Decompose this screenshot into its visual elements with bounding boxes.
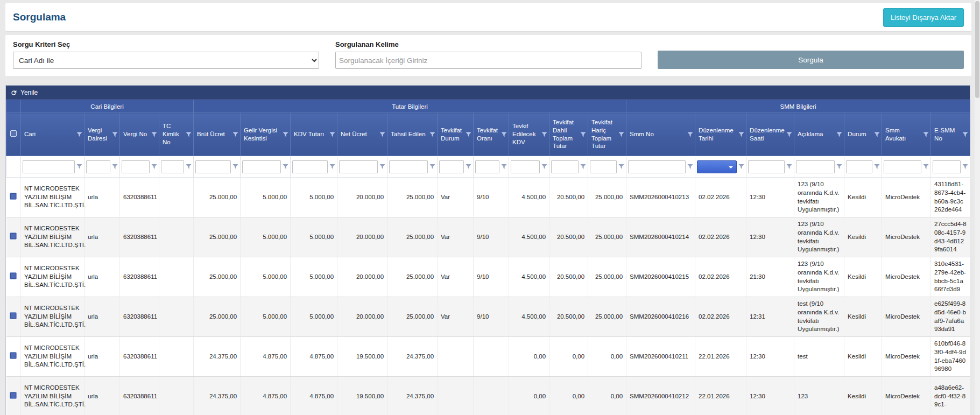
column-header-7[interactable]: KDV Tutarı — [291, 113, 337, 156]
column-filter-input[interactable] — [23, 160, 75, 173]
select-all-checkbox[interactable] — [6, 113, 21, 156]
column-header-11[interactable]: Tevkifat Oranı — [474, 113, 509, 156]
filter-icon[interactable] — [232, 164, 238, 170]
column-filter-input[interactable] — [292, 160, 328, 173]
column-filter-input[interactable] — [389, 160, 428, 173]
filter-icon[interactable] — [76, 131, 82, 137]
keyword-input[interactable] — [335, 52, 641, 69]
column-header-4[interactable]: TC Kimlik No — [159, 113, 194, 156]
filter-icon[interactable] — [541, 164, 547, 170]
column-filter-input[interactable] — [122, 160, 150, 173]
filter-icon[interactable] — [112, 164, 118, 170]
column-header-15[interactable]: Smm No — [626, 113, 695, 156]
filter-icon[interactable] — [466, 164, 471, 170]
row-checkbox[interactable] — [10, 352, 17, 359]
column-header-13[interactable]: Tevkifat Dahil Toplam Tutar — [549, 113, 588, 156]
filter-icon[interactable] — [186, 164, 192, 170]
scrollbar-thumb[interactable] — [975, 1, 979, 98]
filter-icon[interactable] — [923, 164, 929, 170]
filter-icon[interactable] — [738, 131, 744, 137]
filter-icon[interactable] — [923, 131, 929, 137]
column-filter-input[interactable] — [846, 160, 872, 173]
column-header-20[interactable]: Smm Avukatı — [882, 113, 931, 156]
row-checkbox[interactable] — [10, 392, 17, 399]
column-filter-input[interactable] — [884, 160, 921, 173]
column-header-3[interactable]: Vergi No — [120, 113, 159, 156]
filter-icon[interactable] — [429, 131, 435, 137]
filter-icon[interactable] — [786, 131, 792, 137]
column-filter-input[interactable] — [796, 160, 835, 173]
column-filter-input[interactable] — [511, 160, 540, 173]
filter-icon[interactable] — [329, 164, 335, 170]
filter-icon[interactable] — [112, 131, 118, 137]
column-header-16[interactable]: Düzenlenme Tarihi — [695, 113, 746, 156]
column-header-21[interactable]: E-SMM No — [931, 113, 970, 156]
query-submit-button[interactable]: Sorgula — [658, 51, 964, 69]
column-filter-input[interactable] — [628, 160, 686, 173]
filter-icon[interactable] — [962, 164, 968, 170]
row-checkbox[interactable] — [10, 312, 17, 319]
filter-icon[interactable] — [618, 131, 624, 137]
column-filter-input[interactable] — [551, 160, 579, 173]
filter-icon[interactable] — [429, 164, 435, 170]
row-checkbox[interactable] — [10, 193, 17, 200]
column-filter-input[interactable] — [339, 160, 378, 173]
column-filter-input[interactable] — [475, 160, 499, 173]
filter-icon[interactable] — [501, 131, 507, 137]
data-table: Cari BilgileriTutar BilgileriSMM Bilgile… — [6, 100, 970, 415]
filter-icon[interactable] — [738, 164, 744, 170]
column-filter-input[interactable] — [590, 160, 617, 173]
filter-icon[interactable] — [151, 131, 157, 137]
filter-icon[interactable] — [466, 131, 471, 137]
filter-icon[interactable] — [786, 164, 792, 170]
filter-icon[interactable] — [962, 131, 968, 137]
column-header-18[interactable]: Açıklama — [794, 113, 844, 156]
filter-icon[interactable] — [379, 164, 385, 170]
filter-icon[interactable] — [687, 131, 693, 137]
filter-icon[interactable] — [541, 131, 547, 137]
filter-icon[interactable] — [379, 131, 385, 137]
filter-icon[interactable] — [329, 131, 335, 137]
column-filter-input[interactable] — [195, 160, 231, 173]
column-filter-input[interactable] — [161, 160, 184, 173]
filter-icon[interactable] — [283, 164, 288, 170]
filter-icon[interactable] — [232, 131, 238, 137]
column-header-2[interactable]: Vergi Dairesi — [84, 113, 120, 156]
row-checkbox[interactable] — [10, 272, 17, 279]
refresh-icon[interactable] — [10, 89, 17, 96]
column-header-14[interactable]: Tevkifat Hariç Toplam Tutar — [588, 113, 626, 156]
filter-icon[interactable] — [501, 164, 507, 170]
filter-icon[interactable] — [874, 131, 880, 137]
column-filter-input[interactable] — [86, 160, 110, 173]
filter-icon[interactable] — [580, 131, 586, 137]
column-header-1[interactable]: Cari — [21, 113, 84, 156]
row-checkbox[interactable] — [10, 233, 17, 240]
filter-icon[interactable] — [283, 131, 288, 137]
date-filter-select[interactable] — [697, 160, 737, 173]
column-header-17[interactable]: Düzenlenme Saati — [746, 113, 794, 156]
refresh-label[interactable]: Yenile — [20, 89, 38, 96]
filter-icon[interactable] — [618, 164, 624, 170]
column-header-5[interactable]: Brüt Ücret — [194, 113, 241, 156]
column-filter-input[interactable] — [933, 160, 961, 173]
criteria-select[interactable]: Cari Adı ile — [13, 52, 319, 69]
column-filter-input[interactable] — [242, 160, 281, 173]
column-header-12[interactable]: Tevkif Edilecek KDV — [509, 113, 549, 156]
filter-icon[interactable] — [687, 164, 693, 170]
column-header-6[interactable]: Gelir Vergisi Kesintisi — [241, 113, 291, 156]
filter-icon[interactable] — [151, 164, 157, 170]
column-filter-input[interactable] — [748, 160, 785, 173]
column-header-9[interactable]: Tahsil Edilen — [387, 113, 438, 156]
column-header-19[interactable]: Durum — [844, 113, 882, 156]
column-header-10[interactable]: Tevkifat Durum — [438, 113, 474, 156]
filter-icon[interactable] — [76, 164, 82, 170]
filter-icon[interactable] — [580, 164, 586, 170]
column-header-8[interactable]: Net Ücret — [337, 113, 387, 156]
filter-icon[interactable] — [874, 164, 880, 170]
filter-icon[interactable] — [186, 131, 192, 137]
filter-icon[interactable] — [836, 164, 842, 170]
vertical-scrollbar[interactable] — [975, 0, 980, 415]
export-button[interactable]: Listeyi Dışarıya Aktar — [883, 8, 964, 27]
filter-icon[interactable] — [836, 131, 842, 137]
column-filter-input[interactable] — [439, 160, 464, 173]
